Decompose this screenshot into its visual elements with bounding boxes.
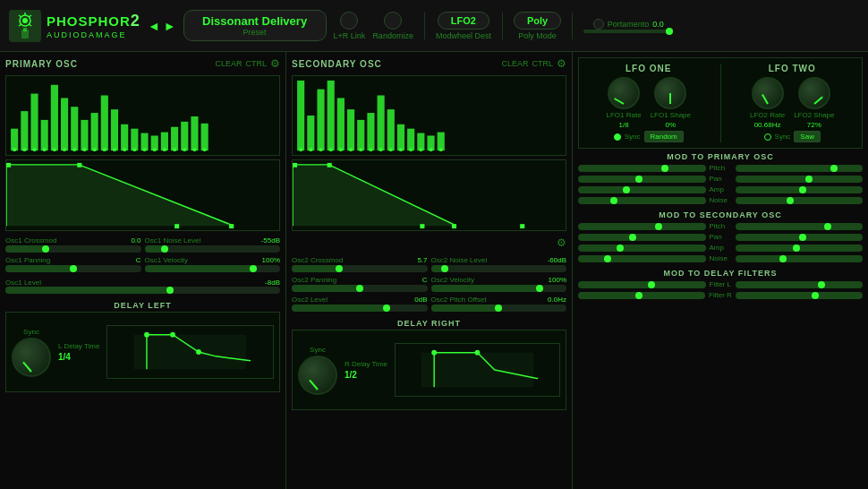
- lfo1-sync-dot[interactable]: [614, 133, 621, 141]
- osc1-crossmod-fill: [5, 245, 46, 253]
- mod-secondary-pitch-left-slider[interactable]: [578, 223, 706, 230]
- osc2-crossmod-slider[interactable]: [292, 265, 428, 272]
- primary-osc-svg: [6, 76, 279, 155]
- mod-secondary-noise-left-slider[interactable]: [578, 255, 706, 262]
- portamento-slider[interactable]: [583, 30, 673, 33]
- svg-rect-62: [328, 81, 335, 150]
- mod-delay-filterl-right-slider[interactable]: [736, 281, 864, 288]
- svg-rect-22: [131, 129, 138, 150]
- lfo2-sync-dot[interactable]: [764, 133, 771, 141]
- poly-mode-box[interactable]: Poly: [514, 12, 561, 30]
- lfo1-shape-indicator: [669, 93, 671, 104]
- secondary-settings-icon[interactable]: ⚙: [557, 57, 566, 70]
- mod-primary-amp-right-slider[interactable]: [736, 186, 864, 193]
- mod-delay-filterr-left-slider[interactable]: [578, 292, 705, 299]
- svg-point-33: [43, 148, 47, 151]
- mod-delay-filterl-left-slider[interactable]: [578, 281, 706, 288]
- lfo2-dest-label: Modwheel Dest: [436, 31, 491, 40]
- secondary-ctrl-button[interactable]: CTRL: [532, 59, 553, 68]
- osc2-panning-slider[interactable]: [292, 285, 428, 292]
- lfo2-dest-box[interactable]: LFO2: [438, 12, 489, 30]
- osc1-level-thumb: [166, 287, 174, 294]
- osc2-noise-slider[interactable]: [431, 265, 567, 272]
- lfo2-shape-knob[interactable]: [798, 77, 830, 109]
- osc1-panning-fill: [5, 265, 73, 272]
- portamento-toggle[interactable]: [593, 19, 604, 30]
- osc2-velocity-slider[interactable]: [431, 285, 567, 292]
- nav-prev-button[interactable]: ◄: [148, 19, 160, 33]
- svg-rect-21: [121, 124, 128, 150]
- mod-primary-pan-row: Pan: [578, 175, 863, 183]
- svg-rect-70: [407, 129, 414, 150]
- secondary-settings-icon-2[interactable]: ⚙: [557, 236, 566, 249]
- mod-secondary-noise-right-slider[interactable]: [736, 255, 864, 262]
- primary-settings-icon[interactable]: ⚙: [270, 57, 280, 70]
- primary-clear-button[interactable]: CLEAR: [215, 59, 242, 68]
- lfo-one-title: LFO ONE: [584, 64, 713, 73]
- osc2-pitch-offset-slider[interactable]: [431, 305, 567, 312]
- lfo2-rate-knob[interactable]: [752, 77, 784, 109]
- secondary-settings-row: ⚙: [292, 236, 566, 249]
- mod-primary-pitch-right-slider[interactable]: [736, 165, 864, 172]
- primary-sliders: Osc1 Crossmod 0.0 Osc1 Noise Level -55dB: [5, 236, 280, 272]
- lfo1-wave-button[interactable]: Random: [644, 131, 684, 142]
- delay-right-display: Sync R Delay Time 1/2: [292, 330, 566, 410]
- randomize-button[interactable]: [384, 12, 402, 30]
- lfo1-rate-knob[interactable]: [608, 77, 640, 109]
- svg-rect-9: [23, 28, 27, 31]
- preset-box[interactable]: Dissonant Delivery Preset: [183, 10, 327, 41]
- primary-osc-panel: PRIMARY OSC CLEAR CTRL ⚙: [0, 52, 286, 489]
- svg-point-87: [430, 148, 433, 151]
- mod-secondary-amp-right-slider[interactable]: [736, 244, 864, 252]
- osc1-velocity-slider[interactable]: [145, 265, 281, 272]
- osc2-level-slider[interactable]: [292, 305, 428, 312]
- mod-primary-noise-right-slider[interactable]: [736, 197, 864, 204]
- delay-left-knob[interactable]: [12, 338, 51, 377]
- preset-name: Dissonant Delivery: [202, 14, 308, 28]
- svg-rect-60: [307, 116, 314, 150]
- svg-rect-54: [174, 224, 179, 228]
- svg-rect-67: [378, 96, 385, 151]
- osc1-velocity-label: Osc1 Velocity 100%: [145, 256, 281, 264]
- mod-delay-title: MOD TO DELAY FILTERS: [578, 269, 863, 278]
- osc2-velocity-row: Osc2 Velocity 100%: [431, 276, 567, 292]
- svg-rect-69: [397, 124, 404, 150]
- osc1-noise-label: Osc1 Noise Level -55dB: [145, 236, 281, 244]
- primary-ctrl-button[interactable]: CTRL: [245, 59, 267, 68]
- svg-point-43: [143, 148, 147, 151]
- osc1-crossmod-slider[interactable]: [5, 245, 141, 253]
- mod-secondary-amp-left-slider[interactable]: [578, 244, 706, 252]
- mod-secondary-pan-left-slider[interactable]: [578, 234, 706, 241]
- mod-primary-noise-left-slider[interactable]: [578, 197, 706, 204]
- lfo-two-title: LFO TWO: [728, 64, 857, 73]
- lfo2-wave-button[interactable]: Saw: [794, 131, 821, 142]
- delay-right-knob[interactable]: [298, 356, 337, 395]
- svg-rect-93: [420, 224, 424, 228]
- svg-point-76: [319, 148, 322, 151]
- osc1-level-slider[interactable]: [5, 287, 280, 294]
- mod-primary-pitch-left-slider[interactable]: [578, 165, 706, 172]
- lfo1-shape-group: LFO1 Shape 0%: [651, 77, 691, 129]
- delay-right-time-value: 1/2: [345, 370, 387, 380]
- osc1-panning-slider[interactable]: [5, 265, 141, 272]
- lr-link-button[interactable]: [340, 12, 358, 30]
- lfo1-rate-value: 1/8: [618, 121, 628, 129]
- lfo-two-bottom: Sync Saw: [728, 131, 857, 142]
- mod-secondary-pan-right-slider[interactable]: [736, 234, 864, 241]
- mod-secondary-pitch-right-slider[interactable]: [736, 223, 864, 230]
- mod-primary-amp-left-slider[interactable]: [578, 186, 706, 193]
- primary-osc-title: PRIMARY OSC: [5, 59, 78, 69]
- svg-rect-52: [77, 163, 81, 167]
- osc1-noise-slider[interactable]: [145, 245, 281, 253]
- lfo1-shape-knob[interactable]: [654, 77, 686, 109]
- svg-point-32: [32, 148, 36, 151]
- svg-rect-61: [317, 90, 324, 150]
- mod-delay-filterr-right-slider[interactable]: [736, 292, 863, 299]
- mod-primary-pan-right-slider[interactable]: [736, 176, 864, 183]
- primary-osc-display: [5, 75, 280, 156]
- nav-next-button[interactable]: ►: [164, 19, 176, 33]
- lfo2-rate-label: LFO2 Rate: [750, 111, 785, 119]
- mod-secondary-amp-row: Amp: [578, 244, 863, 252]
- secondary-clear-button[interactable]: CLEAR: [501, 59, 528, 68]
- mod-primary-pan-left-slider[interactable]: [578, 176, 706, 183]
